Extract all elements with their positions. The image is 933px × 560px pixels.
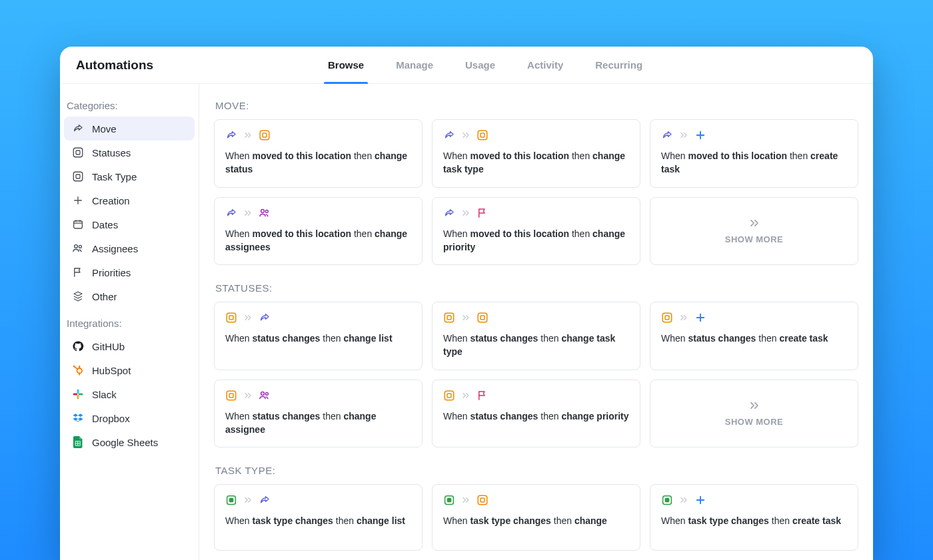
svg-rect-12 (79, 394, 83, 396)
card-description: When status changes then create task (661, 332, 847, 345)
sidebar-item-label: HubSpot (92, 365, 131, 376)
automation-card[interactable]: When moved to this location then change … (432, 119, 640, 188)
card-grid: When moved to this location then change … (214, 119, 858, 265)
sidebar-item-move[interactable]: Move (64, 117, 195, 140)
sidebar-integration-gsheets[interactable]: Google Sheets (64, 430, 195, 454)
sidebar-item-other[interactable]: Other (64, 284, 195, 308)
status-icon (72, 146, 84, 158)
sidebar-item-statuses[interactable]: Statuses (64, 140, 195, 164)
card-description: When status changes then change priority (443, 410, 629, 423)
sidebar-item-label: Statuses (92, 147, 131, 158)
slack-icon (72, 388, 84, 400)
sidebar-categories-heading: Categories: (64, 95, 195, 117)
automation-card[interactable]: When task type changes then change (432, 484, 640, 551)
show-more-label: SHOW MORE (725, 234, 784, 244)
show-more-card[interactable]: SHOW MORE (650, 380, 858, 448)
card-description: When task type changes then change (443, 514, 629, 527)
chevrons-right-icon (461, 312, 471, 323)
svg-rect-13 (77, 395, 79, 400)
sidebar-item-label: Slack (92, 389, 117, 400)
tab-recurring[interactable]: Recurring (595, 47, 642, 83)
card-icon-row (443, 312, 629, 324)
tab-browse[interactable]: Browse (328, 47, 364, 83)
card-icon-row (661, 312, 847, 324)
chevrons-right-icon (461, 208, 471, 218)
chevrons-right-icon (243, 390, 253, 401)
share-arrow-icon (225, 207, 237, 219)
card-grid: When task type changes then change listW… (214, 484, 858, 551)
sidebar-integration-hubspot[interactable]: HubSpot (64, 358, 195, 382)
plus-icon (72, 194, 84, 206)
card-description: When moved to this location then change … (443, 149, 629, 176)
card-icon-row (225, 207, 411, 219)
sidebar: Categories: MoveStatusesTask TypeCreatio… (60, 84, 199, 560)
status-icon (476, 494, 488, 506)
automation-card[interactable]: When status changes then change task typ… (432, 302, 640, 370)
automation-card[interactable]: When task type changes then change list (214, 484, 423, 551)
automation-card[interactable]: When status changes then create task (650, 302, 858, 370)
header-tabs: BrowseManageUsageActivityRecurring (328, 47, 642, 83)
share-icon (72, 123, 84, 135)
sidebar-item-label: Google Sheets (92, 437, 158, 448)
chevrons-right-icon (243, 495, 253, 505)
status-icon (443, 390, 455, 402)
sidebar-integration-slack[interactable]: Slack (64, 382, 195, 406)
sidebar-item-label: Task Type (92, 171, 137, 182)
card-icon-row (661, 129, 847, 141)
sidebar-item-label: Assignees (92, 243, 138, 254)
automation-card[interactable]: When moved to this location then create … (650, 119, 858, 188)
status-icon (259, 129, 271, 141)
sidebar-item-priorities[interactable]: Priorities (64, 260, 195, 284)
tab-activity[interactable]: Activity (527, 47, 563, 83)
people-icon (259, 390, 271, 402)
automation-card[interactable]: When task type changes then create task (650, 484, 858, 551)
card-icon-row (225, 390, 411, 402)
plus-icon (694, 312, 706, 324)
chevrons-right-icon (461, 130, 471, 140)
dropbox-icon (72, 412, 84, 424)
card-description: When task type changes then create task (661, 514, 847, 527)
chevrons-right-icon (461, 390, 471, 401)
automation-card[interactable]: When moved to this location then change … (214, 197, 423, 266)
sidebar-item-task-type[interactable]: Task Type (64, 164, 195, 188)
automation-card[interactable]: When status changes then change assignee (214, 380, 423, 448)
calendar-icon (72, 218, 84, 230)
content-area: MOVE:When moved to this location then ch… (199, 84, 873, 560)
automation-card[interactable]: When status changes then change list (214, 302, 423, 370)
sidebar-integration-dropbox[interactable]: Dropbox (64, 406, 195, 430)
automation-card[interactable]: When status changes then change priority (432, 380, 640, 448)
stack-icon (72, 290, 84, 302)
gsheets-icon (72, 436, 84, 448)
section-title: MOVE: (215, 100, 858, 111)
svg-rect-11 (77, 390, 79, 394)
automation-card[interactable]: When moved to this location then change … (432, 197, 640, 266)
automation-card[interactable]: When moved to this location then change … (214, 119, 423, 188)
card-icon-row (225, 312, 411, 324)
tab-manage[interactable]: Manage (396, 47, 433, 83)
github-icon (72, 340, 84, 352)
svg-point-8 (79, 366, 80, 367)
svg-rect-14 (73, 394, 78, 396)
share-arrow-icon (443, 129, 455, 141)
card-description: When task type changes then change list (225, 514, 411, 527)
status-icon (443, 312, 455, 324)
sidebar-item-dates[interactable]: Dates (64, 212, 195, 236)
sidebar-item-creation[interactable]: Creation (64, 188, 195, 212)
chevrons-right-icon (748, 216, 761, 232)
share-arrow-icon (661, 129, 673, 141)
card-icon-row (443, 494, 629, 506)
sidebar-integration-github[interactable]: GitHUb (64, 334, 195, 358)
chevrons-right-icon (678, 495, 689, 505)
header-bar: Automations BrowseManageUsageActivityRec… (60, 47, 873, 84)
chevrons-right-icon (461, 495, 471, 505)
show-more-label: SHOW MORE (725, 417, 784, 427)
card-description: When moved to this location then change … (225, 149, 411, 176)
tab-usage[interactable]: Usage (465, 47, 495, 83)
share-arrow-icon (225, 129, 237, 141)
chevrons-right-icon (748, 399, 761, 414)
sidebar-item-label: Creation (92, 195, 130, 206)
card-description: When moved to this location then change … (443, 227, 629, 254)
show-more-card[interactable]: SHOW MORE (650, 197, 858, 266)
sidebar-item-assignees[interactable]: Assignees (64, 236, 195, 260)
share-arrow-icon (443, 207, 455, 219)
